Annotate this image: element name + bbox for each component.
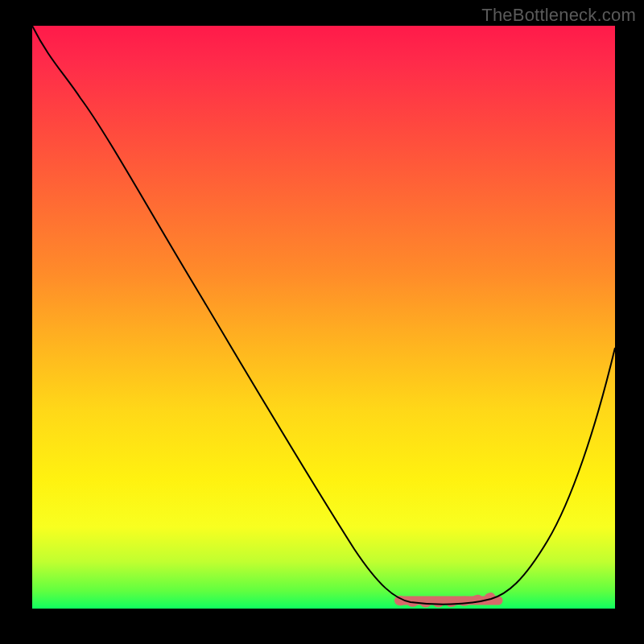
curve-svg: [32, 26, 615, 609]
watermark-text: TheBottleneck.com: [481, 5, 636, 26]
bottleneck-curve: [32, 26, 615, 605]
chart-container: TheBottleneck.com: [0, 0, 644, 644]
